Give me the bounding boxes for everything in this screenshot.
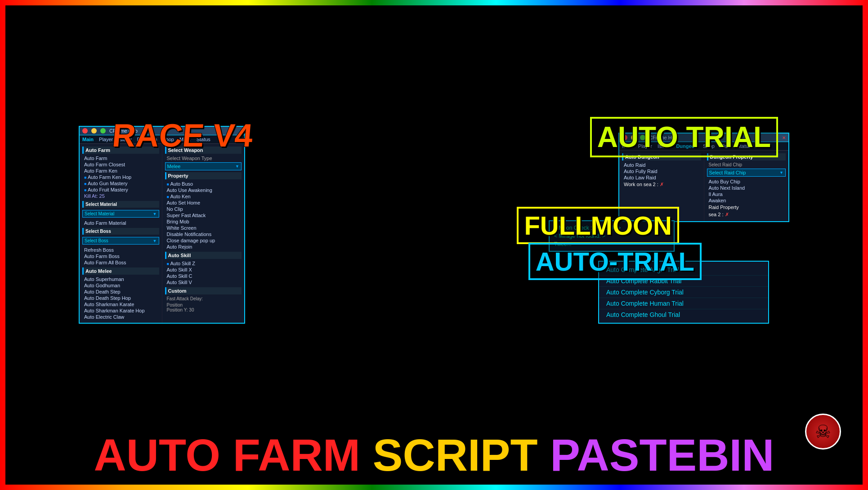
- auto-farm-boss-item[interactable]: Auto Farm Boss: [82, 253, 159, 259]
- auto-complete-human-trial[interactable]: Auto Complete Human Trial: [599, 298, 768, 309]
- auto-electric-claw-item[interactable]: Auto Electric Claw: [82, 314, 159, 320]
- nav-player[interactable]: Player: [99, 137, 113, 142]
- select-material-dropdown[interactable]: Select Material ▼: [82, 210, 159, 218]
- light-bulb: [839, 99, 868, 108]
- material-dropdown-arrow: ▼: [153, 212, 157, 216]
- maximize-btn[interactable]: [100, 128, 106, 134]
- auto-buy-chip-item[interactable]: Auto Buy Chip: [707, 178, 786, 185]
- auto-complete-ghoul-trial[interactable]: Auto Complete Ghoul Trial: [599, 309, 768, 320]
- light-bulb: [318, 99, 347, 108]
- auto-ken-item[interactable]: Auto Ken: [165, 193, 242, 200]
- main-title: BLOX FRUITS: [0, 9, 868, 92]
- raid-property-row: Raid Property: [707, 204, 786, 211]
- select-material-header: Select Material: [82, 201, 159, 208]
- auto-gun-mastery-item[interactable]: Auto Gun Mastery: [82, 180, 159, 187]
- game-timer: 0:30:14: [243, 216, 299, 235]
- auto-skill-c-item[interactable]: Auto Skill C: [165, 273, 242, 279]
- auto-fruit-mastery-item[interactable]: Auto Fruit Mastery: [82, 187, 159, 193]
- light-bulb: [723, 99, 752, 108]
- light-bulb: [347, 99, 376, 108]
- left-panel-col1: Auto Farm Auto Farm Auto Farm Closest Au…: [80, 144, 162, 323]
- auto-complete-cyborg-trial[interactable]: Auto Complete Cyborg Trial: [599, 287, 768, 298]
- light-bulb: [492, 99, 521, 108]
- auto-skill-z-item[interactable]: Auto Skill Z: [165, 260, 242, 267]
- auto-rejoin-item[interactable]: Auto Rejoin: [165, 244, 242, 250]
- property-section-header: Property: [165, 172, 242, 179]
- light-bulb: [434, 99, 463, 108]
- bring-mob-item[interactable]: Bring Mob: [165, 218, 242, 225]
- close-damage-popup-item[interactable]: Close damage pop up: [165, 237, 242, 244]
- left-panel-body: Auto Farm Auto Farm Auto Farm Closest Au…: [80, 144, 244, 323]
- nav-main[interactable]: Main: [82, 137, 94, 142]
- light-bulb: [145, 99, 174, 108]
- auto-law-raid-item[interactable]: Auto Law Raid: [622, 174, 701, 181]
- light-bulb: [0, 99, 29, 108]
- auto-use-awakening-item[interactable]: Auto Use Awakening: [165, 187, 242, 193]
- light-bulb: [781, 99, 810, 108]
- chest-lock: [248, 419, 255, 426]
- auto-sharkman-karate-item[interactable]: Auto Sharkman Karate: [82, 301, 159, 307]
- auto-skill-x-item[interactable]: Auto Skill X: [165, 267, 242, 273]
- auto-death-step-item[interactable]: Auto Death Step: [82, 289, 159, 295]
- fast-attack-delay-label: Fast Attack Delay:: [165, 296, 242, 302]
- select-boss-row: Select Boss ▼: [82, 236, 159, 245]
- disable-notifications-item[interactable]: Disable Notifications: [165, 231, 242, 237]
- light-bulb: [87, 99, 116, 108]
- il-aura-item[interactable]: Il Aura: [707, 191, 786, 197]
- auto-set-home-item[interactable]: Auto Set Home: [165, 200, 242, 206]
- lights-decoration: [0, 99, 868, 112]
- auto-death-step-hop-item[interactable]: Auto Death Step Hop: [82, 295, 159, 301]
- auto-raid-item[interactable]: Auto Raid: [622, 162, 701, 168]
- sea2-label: sea 2 :: [709, 212, 725, 217]
- weapon-type-value: Melee: [167, 164, 181, 169]
- skull-icon: ☠: [805, 414, 841, 450]
- fullmoon-label: FULLMOON: [517, 207, 679, 244]
- auto-skill-v-item[interactable]: Auto Skill V: [165, 279, 242, 285]
- auto-farm-item[interactable]: Auto Farm: [82, 155, 159, 161]
- light-bulb: [608, 99, 636, 108]
- auto-godhuman-item[interactable]: Auto Godhuman: [82, 282, 159, 289]
- auto-sharkman-karate-hop-item[interactable]: Auto Sharkman Karate Hop: [82, 307, 159, 314]
- auto-skill-section-header: Auto Skill: [165, 252, 242, 259]
- auto-fully-raid-item[interactable]: Auto Fully Raid: [622, 168, 701, 174]
- super-fast-attack-item[interactable]: Super Fast Attack: [165, 212, 242, 218]
- auto-farm-closest-item[interactable]: Auto Farm Closest: [82, 161, 159, 168]
- auto-farm-ken-item[interactable]: Auto Farm Ken: [82, 168, 159, 174]
- weapon-dropdown-arrow: ▼: [235, 164, 239, 169]
- sea2-row: sea 2 : ✗: [707, 211, 786, 218]
- awaken-item[interactable]: Awaken: [707, 197, 786, 204]
- light-bulb: [521, 99, 550, 108]
- position-label: Position: [167, 303, 240, 307]
- light-bulb: [260, 99, 289, 108]
- custom-section-header: Custom: [165, 287, 242, 294]
- auto-buso-item[interactable]: Auto Buso: [165, 181, 242, 187]
- select-raid-chip-dropdown[interactable]: Select Raid Chip ▼: [707, 169, 786, 177]
- minimize-btn[interactable]: [91, 128, 97, 134]
- select-raid-chip-label: Select Raid Chip: [707, 162, 786, 168]
- boss-dropdown-arrow: ▼: [153, 239, 157, 243]
- light-bulb: [463, 99, 492, 108]
- race-v4-label: RACE V4: [111, 117, 254, 154]
- auto-farm-material-item[interactable]: Auto Farm Material: [82, 220, 159, 226]
- auto-farm-ken-hop-item[interactable]: Auto Farm Ken Hop: [82, 174, 159, 180]
- close-btn[interactable]: [82, 128, 88, 134]
- select-material-row: Select Material ▼: [82, 209, 159, 218]
- weapon-type-dropdown[interactable]: Melee ▼: [165, 162, 242, 170]
- auto-superhuman-item[interactable]: Auto Superhuman: [82, 276, 159, 282]
- close-x-icon[interactable]: ✕: [782, 135, 786, 140]
- right-panel-col2: Dungeon Property Select Raid Chip Select…: [704, 151, 789, 221]
- light-bulb: [752, 99, 781, 108]
- light-bulb: [810, 99, 839, 108]
- auto-trial-bottom-label: AUTO-TRIAL: [528, 243, 702, 280]
- auto-farm-all-boss-item[interactable]: Auto Farm All Boss: [82, 259, 159, 266]
- light-bulb: [174, 99, 202, 108]
- refresh-boss-item[interactable]: Refresh Boss: [82, 247, 159, 253]
- light-bulb: [232, 99, 260, 108]
- light-bulb: [116, 99, 144, 108]
- select-boss-dropdown[interactable]: Select Boss ▼: [82, 237, 159, 245]
- select-raid-chip-value: Select Raid Chip: [709, 170, 746, 175]
- auto-trial-top-label: AUTO TRIAL: [590, 117, 778, 157]
- no-clip-item[interactable]: No Clip: [165, 206, 242, 212]
- white-screen-item[interactable]: White Screen: [165, 225, 242, 231]
- auto-next-island-item[interactable]: Auto Next Island: [707, 185, 786, 191]
